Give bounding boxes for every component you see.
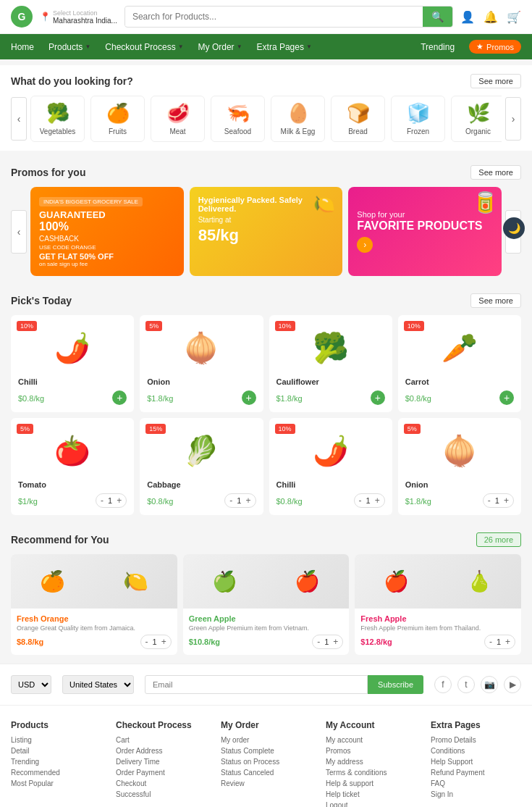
recommend-see-more[interactable]: 26 more <box>476 532 521 547</box>
qty-plus[interactable]: + <box>375 496 380 506</box>
footer-link[interactable]: Sign In <box>431 790 521 798</box>
category-next-arrow[interactable]: › <box>505 97 521 141</box>
qty-minus[interactable]: - <box>229 496 232 506</box>
footer-link[interactable]: Successful <box>116 790 206 798</box>
rec-qty-plus[interactable]: + <box>505 637 510 647</box>
footer-link[interactable]: Checkout <box>116 779 206 787</box>
cat-label: Organic <box>465 127 491 135</box>
category-see-more[interactable]: See more <box>470 74 521 88</box>
qty-minus[interactable]: - <box>359 496 362 506</box>
footer-link[interactable]: Promos <box>326 747 416 755</box>
qty-control: - 1 + <box>224 493 256 508</box>
add-button[interactable]: + <box>499 390 514 405</box>
rec-qty-control: - 1 + <box>312 635 343 649</box>
footer-link[interactable]: Order Payment <box>116 769 206 777</box>
rec-qty-plus[interactable]: + <box>161 637 166 647</box>
cat-label: Bread <box>348 127 368 135</box>
footer-link[interactable]: Logout <box>326 801 416 807</box>
cart-icon[interactable]: 🛒 <box>507 10 521 24</box>
instagram-icon[interactable]: 📷 <box>481 676 498 693</box>
picks-see-more[interactable]: See more <box>470 293 521 308</box>
promo-arrow-button[interactable]: › <box>357 237 373 253</box>
footer-link[interactable]: Order Address <box>116 747 206 755</box>
footer-link[interactable]: Help Support <box>431 758 521 766</box>
footer-link[interactable]: Status Canceled <box>221 769 311 777</box>
product-card-3: 10% 🥕 Carrot $0.8/kg + <box>398 315 521 412</box>
footer-link[interactable]: Terms & conditions <box>326 769 416 777</box>
footer-link[interactable]: Review <box>221 779 311 787</box>
nav-extra[interactable]: Extra Pages▼ <box>257 42 312 52</box>
currency-select[interactable]: USD <box>11 675 51 694</box>
category-item-milk-&-egg[interactable]: 🥚Milk & Egg <box>271 96 325 142</box>
footer-link[interactable]: Status Complete <box>221 747 311 755</box>
category-item-organic[interactable]: 🌿Organic <box>451 96 502 142</box>
footer-link[interactable]: Promo Details <box>431 736 521 744</box>
footer-link[interactable]: My order <box>221 736 311 744</box>
location-selector[interactable]: 📍 Select Location Maharashtra India... <box>40 9 117 25</box>
footer-link[interactable]: Recommended <box>11 769 101 777</box>
promos-see-more[interactable]: See more <box>470 165 521 180</box>
category-item-vegetables[interactable]: 🥦Vegetables <box>30 96 85 142</box>
rec-qty-minus[interactable]: - <box>489 637 492 647</box>
product-image: 🍅 <box>18 425 127 476</box>
rec-qty-value: 1 <box>153 637 157 646</box>
notification-icon[interactable]: 🔔 <box>484 10 498 24</box>
nav-products[interactable]: Products▼ <box>48 42 90 52</box>
qty-minus[interactable]: - <box>101 496 104 506</box>
search-input[interactable] <box>125 7 423 26</box>
youtube-icon[interactable]: ▶ <box>504 676 521 693</box>
footer-link[interactable]: Help ticket <box>326 790 416 798</box>
rec-qty-control: - 1 + <box>140 635 172 649</box>
picks-title: Pick's Today <box>11 295 72 306</box>
footer-link[interactable]: My address <box>326 758 416 766</box>
category-prev-arrow[interactable]: ‹ <box>11 97 27 141</box>
promos-header: Promos for you See more <box>11 165 521 180</box>
nav-home[interactable]: Home <box>11 42 34 52</box>
rec-qty-minus[interactable]: - <box>145 637 148 647</box>
facebook-icon[interactable]: f <box>434 676 452 693</box>
category-item-seafood[interactable]: 🦐Seafood <box>211 96 265 142</box>
product-footer: $0.8/kg + <box>405 390 514 405</box>
category-item-meat[interactable]: 🥩Meat <box>151 96 205 142</box>
promos-button[interactable]: ★ Promos <box>469 40 521 54</box>
footer-link[interactable]: Detail <box>11 747 101 755</box>
nav-myorder[interactable]: My Order▼ <box>198 42 242 52</box>
product-image: 🧅 <box>147 322 256 373</box>
footer-link[interactable]: Delivery Time <box>116 758 206 766</box>
subscribe-button[interactable]: Subscribe <box>368 675 423 694</box>
search-bar: 🔍 <box>124 6 453 28</box>
add-button[interactable]: + <box>371 390 385 405</box>
category-item-bread[interactable]: 🍞Bread <box>331 96 385 142</box>
qty-plus[interactable]: + <box>504 496 509 506</box>
add-button[interactable]: + <box>112 390 127 405</box>
rec-qty-plus[interactable]: + <box>333 637 338 647</box>
qty-minus[interactable]: - <box>488 496 491 506</box>
product-price: $1.8/kg <box>405 497 431 506</box>
footer-link[interactable]: Refund Payment <box>431 769 521 777</box>
promo-pink-img: 🥫 <box>473 191 498 214</box>
twitter-icon[interactable]: t <box>457 676 475 693</box>
qty-plus[interactable]: + <box>245 496 250 506</box>
footer-link[interactable]: Conditions <box>431 747 521 755</box>
footer-link[interactable]: Cart <box>116 736 206 744</box>
category-item-fruits[interactable]: 🍊Fruits <box>90 96 145 142</box>
promos-prev-arrow[interactable]: ‹ <box>11 210 27 254</box>
rec-footer: $12.8/kg - 1 + <box>360 635 515 649</box>
qty-plus[interactable]: + <box>117 496 122 506</box>
category-item-frozen[interactable]: 🧊Frozen <box>391 96 445 142</box>
account-icon[interactable]: 👤 <box>460 10 475 24</box>
footer-link[interactable]: My account <box>326 736 416 744</box>
footer-link[interactable]: Trending <box>11 758 101 766</box>
add-button[interactable]: + <box>242 390 256 405</box>
email-input[interactable] <box>145 675 368 694</box>
footer-link[interactable]: Most Popular <box>11 779 101 787</box>
rec-qty-minus[interactable]: - <box>317 637 320 647</box>
footer-link[interactable]: Help & support <box>326 779 416 787</box>
nav-checkout[interactable]: Checkout Process▼ <box>105 42 183 52</box>
search-button[interactable]: 🔍 <box>423 7 452 27</box>
footer-link[interactable]: Status on Process <box>221 758 311 766</box>
footer-link[interactable]: FAQ <box>431 779 521 787</box>
footer-link[interactable]: Listing <box>11 736 101 744</box>
country-select[interactable]: United States <box>62 675 134 694</box>
dark-mode-toggle[interactable]: 🌙 <box>503 217 525 239</box>
